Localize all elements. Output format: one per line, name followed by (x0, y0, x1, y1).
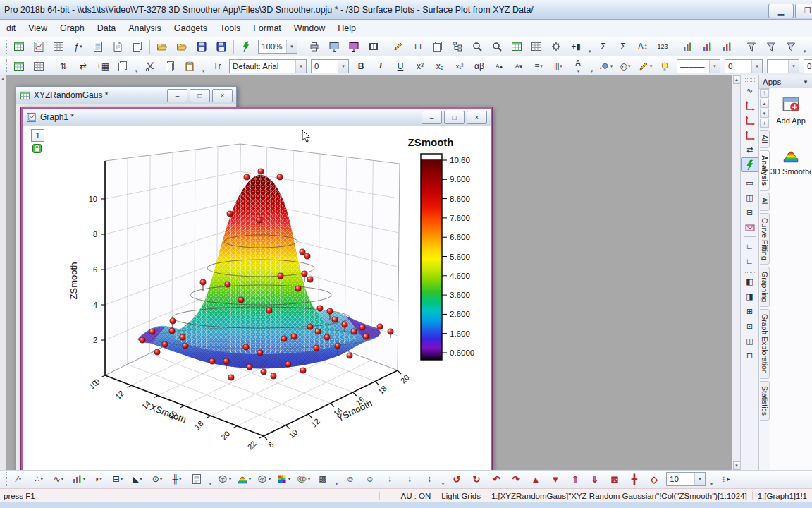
reset-rotation[interactable]: ◇ (644, 471, 664, 488)
apps-tab-graph-exploration[interactable]: Graph Exploration (760, 309, 770, 379)
uniform-y-spacing[interactable]: ↕ (400, 471, 419, 488)
plot-column-chart[interactable] (677, 38, 697, 55)
copy[interactable] (160, 58, 180, 75)
stock-chart[interactable]: ╫▾ (167, 471, 187, 488)
toolbar-expand[interactable]: ⋮▸ (715, 471, 735, 488)
app-maximize-button[interactable]: ❒ (795, 4, 812, 18)
border-color[interactable]: ▾ (767, 59, 799, 73)
open-excel[interactable] (172, 38, 192, 55)
rotate-up[interactable]: ▲ (526, 471, 546, 488)
app-item-3d-smoother[interactable]: 3D Smoother (770, 139, 812, 190)
apps-tab-scroll-prev-icon[interactable]: ▲ (760, 99, 769, 108)
graph-page[interactable]: 1012141618202281012141618200246810 XSmoo… (23, 126, 491, 470)
layer-1-button[interactable]: 1 (31, 129, 44, 142)
uniform-xy-spacing[interactable]: ↕ (419, 471, 439, 488)
menu-item-dit[interactable]: dit (0, 20, 22, 36)
worksheet-minimize-button[interactable]: – (167, 89, 187, 102)
insert-rows[interactable]: ⇅ (54, 58, 73, 75)
pan-3d[interactable]: ╋ (625, 471, 644, 488)
3d-bars[interactable]: ▾ (214, 471, 234, 488)
worksheet-close-button[interactable]: × (212, 89, 233, 102)
line-symbol-plot[interactable]: ∿▾ (49, 471, 68, 488)
scroll-up-icon[interactable]: ▲ (733, 75, 741, 84)
new-function-plot[interactable]: ƒ▾ (68, 38, 88, 55)
line-color[interactable]: ▾ (635, 58, 655, 75)
layer-frame-double[interactable]: ◫ (741, 190, 759, 205)
new-layout[interactable] (88, 38, 108, 55)
set-as-x[interactable]: X (808, 38, 812, 55)
add-new-column[interactable]: +▮ (566, 38, 586, 55)
menu-item-gadgets[interactable]: Gadgets (168, 20, 214, 36)
append-worksheet[interactable]: +▦ (93, 58, 113, 75)
contour-plot[interactable]: ▾ (293, 471, 313, 488)
chevron-down-icon[interactable]: ▼ (803, 79, 808, 85)
rotate-cw[interactable]: ↻ (467, 471, 486, 488)
line-style[interactable]: ———▾ (677, 59, 720, 73)
pie-chart[interactable]: ◑▾ (88, 471, 108, 488)
font-family-dropdown-icon[interactable]: ▾ (295, 60, 306, 73)
rotate-ccw[interactable]: ↺ (447, 471, 467, 488)
3d-surface-plot[interactable]: 1012141618202281012141618200246810 XSmoo… (26, 127, 491, 470)
axes-frame-red[interactable] (741, 98, 759, 113)
cascade-windows[interactable] (113, 58, 133, 75)
duplicate-window[interactable] (428, 38, 448, 55)
decrease-font[interactable]: A▾ (509, 58, 529, 75)
align-left[interactable]: ◧ (741, 274, 759, 289)
tilt-right[interactable]: ↷ (506, 471, 526, 488)
scatter-plot[interactable]: ∴▾ (29, 471, 49, 488)
toolbar-grip[interactable] (745, 270, 755, 273)
swap-columns[interactable]: ⇄ (73, 58, 93, 75)
increase-perspective[interactable]: ⇑ (565, 471, 585, 488)
print[interactable] (304, 38, 324, 55)
toolbar-overflow-icon[interactable]: ▾ (199, 59, 207, 74)
new-notes[interactable] (108, 38, 128, 55)
apps-tab-scroll-last-icon[interactable]: ⤓ (760, 119, 769, 128)
toolbar-overflow-icon[interactable]: ▾ (333, 471, 340, 487)
graph-minimize-button[interactable]: – (422, 111, 442, 124)
superscript[interactable]: x² (410, 58, 430, 75)
edit-mode[interactable] (388, 38, 408, 55)
line-plot[interactable]: ∕▾ (9, 471, 29, 488)
plot-stacked-chart[interactable] (717, 38, 737, 55)
wave-tool[interactable]: ∿ (741, 83, 759, 98)
new-workbook[interactable] (9, 38, 29, 55)
menu-item-help[interactable]: Help (331, 20, 362, 36)
app-minimize-button[interactable]: ▁ (768, 4, 794, 18)
polar-plot[interactable]: ⊙▾ (147, 471, 167, 488)
column-settings[interactable] (527, 38, 546, 55)
font-size-dropdown-icon[interactable]: ▾ (338, 60, 348, 73)
project-explorer-collapsed[interactable]: ▴ (0, 75, 6, 470)
toolbar-grip[interactable] (4, 59, 7, 73)
axes-single-red[interactable] (741, 128, 759, 143)
apps-tab-all[interactable]: All (760, 193, 770, 211)
project-explorer[interactable] (448, 38, 467, 55)
sub-superscript[interactable]: x₁² (450, 58, 469, 75)
set-values-grid[interactable] (9, 58, 29, 75)
heatmap-plot[interactable]: ▾ (273, 471, 293, 488)
merge-layers[interactable] (741, 220, 759, 235)
statistics-on-columns[interactable]: Σ (593, 38, 613, 55)
bold[interactable]: B (351, 58, 371, 75)
toolbar-grip[interactable] (4, 472, 7, 486)
3d-surface[interactable]: ▾ (234, 471, 254, 488)
toolbar-grip[interactable] (4, 40, 7, 54)
template-gallery[interactable] (187, 471, 207, 488)
line-width-dropdown-icon[interactable]: ▾ (751, 60, 762, 73)
axes-corner-red[interactable] (741, 113, 759, 128)
subscript[interactable]: x₂ (430, 58, 450, 75)
distribute-horizontal[interactable]: ◫ (741, 334, 759, 349)
speed-mode[interactable] (741, 157, 759, 172)
disable-filter[interactable] (761, 38, 781, 55)
apps-tab-statistics[interactable]: Statistics (760, 381, 770, 421)
menu-item-view[interactable]: View (22, 20, 54, 36)
toolbar-overflow-icon[interactable]: ▾ (133, 59, 140, 74)
zoom-level-dropdown-icon[interactable]: ▾ (286, 40, 297, 53)
color-scale-legend[interactable]: ZSmooth 10.609.6008.6007.6006.6005.6004.… (408, 136, 475, 360)
fit-frame-to-layer[interactable]: ⊠ (605, 471, 625, 488)
layer-frame-stack[interactable]: ⊟ (741, 205, 759, 220)
scroll-down-icon[interactable]: ▼ (733, 461, 741, 470)
worksheet-grid[interactable] (507, 38, 527, 55)
format-text-tool[interactable]: Tr (207, 58, 227, 75)
rotate-down[interactable]: ▼ (546, 471, 565, 488)
line-style-dropdown-icon[interactable]: ▾ (709, 60, 720, 73)
